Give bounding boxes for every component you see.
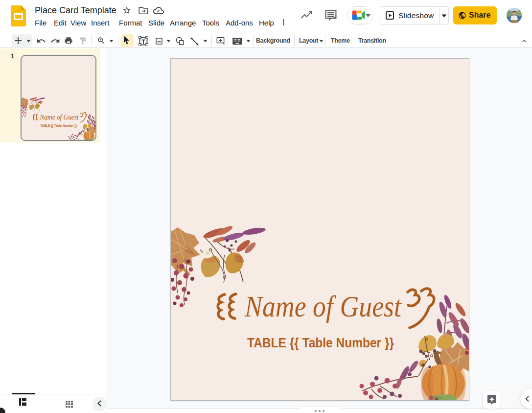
svg-text:TABLE {{ Table Number }}: TABLE {{ Table Number }} <box>247 335 394 350</box>
svg-text:Name of Guest: Name of Guest <box>244 290 402 323</box>
